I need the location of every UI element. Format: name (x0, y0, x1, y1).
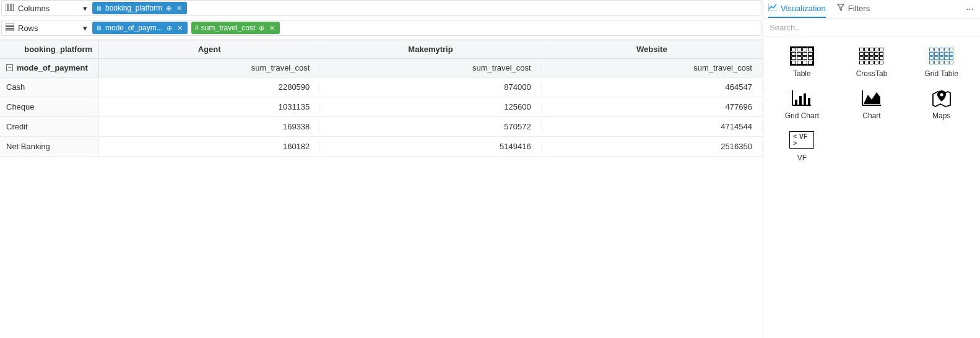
rows-label-text: Rows (18, 24, 79, 33)
svg-rect-1 (9, 4, 11, 11)
measure-header: sum_travel_cost (99, 63, 320, 72)
viz-type-grid: Table CrossTab (763, 37, 980, 171)
svg-rect-4 (6, 26, 14, 28)
pill-options-icon[interactable]: ⊕ (165, 4, 173, 12)
tab-visualization[interactable]: Visualization (768, 0, 826, 18)
col-header-makemytrip[interactable]: Makemytrip (320, 45, 541, 54)
pill-remove-icon[interactable]: ✕ (175, 4, 183, 12)
col-header-website[interactable]: Website (542, 45, 763, 54)
columns-icon (6, 4, 14, 13)
measure-header: sum_travel_cost (320, 63, 541, 72)
data-cell[interactable]: 464547 (542, 82, 763, 92)
rows-shelf-label: Rows ▾ (6, 24, 92, 33)
viz-label: VF (797, 154, 807, 162)
table-row: Net Banking 160182 5149416 2516350 (0, 137, 763, 157)
row-label[interactable]: Credit (0, 117, 99, 136)
svg-rect-13 (808, 98, 810, 105)
crosstab-column-header-row: booking_platform Agent Makemytrip Websit… (0, 40, 763, 59)
pill-booking-platform[interactable]: 🗎 booking_platform ⊕ ✕ (92, 2, 187, 14)
data-cell[interactable]: 874000 (320, 82, 541, 92)
data-cell[interactable]: 477696 (542, 102, 763, 111)
measure-header: sum_travel_cost (542, 63, 763, 72)
viz-label: CrossTab (856, 69, 888, 78)
svg-rect-2 (12, 4, 14, 11)
columns-shelf[interactable]: Columns ▾ 🗎 booking_platform ⊕ ✕ (1, 0, 761, 16)
viz-type-chart[interactable]: Chart (839, 88, 904, 120)
col-header-agent[interactable]: Agent (99, 45, 320, 54)
side-panel: Visualization Filters ⋯ Table (763, 0, 980, 338)
side-tabs: Visualization Filters ⋯ (763, 0, 980, 19)
data-cell[interactable]: 125600 (320, 102, 541, 111)
viz-type-crosstab[interactable]: CrossTab (839, 46, 904, 78)
table-row: Cheque 1031135 125600 477696 (0, 97, 763, 117)
tab-label: Visualization (781, 4, 826, 13)
search-input[interactable] (763, 19, 980, 37)
svg-rect-0 (6, 4, 7, 11)
data-cell[interactable]: 1031135 (99, 102, 320, 111)
grid-table-icon (929, 46, 954, 66)
tab-label: Filters (848, 4, 870, 13)
map-icon (929, 88, 954, 108)
viz-label: Table (793, 69, 811, 78)
data-cell[interactable]: 169338 (99, 122, 320, 131)
viz-type-table[interactable]: Table (770, 46, 835, 78)
data-cell[interactable]: 2516350 (542, 142, 763, 151)
table-row: Cash 2280590 874000 464547 (0, 77, 763, 97)
table-row: Credit 169338 570572 4714544 (0, 117, 763, 137)
crosstab-icon (859, 46, 884, 66)
row-label[interactable]: Cash (0, 77, 99, 97)
viz-label: Grid Chart (785, 111, 819, 120)
area-chart-icon (859, 88, 884, 108)
row-dimension-header[interactable]: – mode_of_payment (0, 59, 99, 77)
chart-icon (768, 4, 777, 13)
crosstab-measure-header-row: – mode_of_payment sum_travel_cost sum_tr… (0, 59, 763, 77)
viz-label: Maps (932, 111, 950, 120)
filter-icon (837, 4, 844, 13)
rows-dropdown-icon[interactable]: ▾ (83, 24, 87, 33)
columns-label-text: Columns (18, 4, 79, 13)
svg-rect-5 (6, 29, 14, 31)
row-label[interactable]: Net Banking (0, 137, 99, 156)
measure-icon: # (195, 24, 199, 32)
data-cell[interactable]: 160182 (99, 142, 320, 151)
viz-type-grid-table[interactable]: Grid Table (909, 46, 974, 78)
search-box (763, 19, 980, 37)
viz-type-vf[interactable]: < VF > VF (770, 130, 835, 162)
dimension-icon: 🗎 (96, 24, 103, 32)
rows-icon (6, 24, 14, 33)
viz-label: Grid Table (924, 69, 958, 78)
pill-options-icon[interactable]: ⊕ (165, 24, 173, 32)
pill-mode-of-payment[interactable]: 🗎 mode_of_paym... ⊕ ✕ (92, 22, 188, 34)
data-cell[interactable]: 5149416 (320, 142, 541, 151)
table-icon (789, 46, 814, 66)
svg-rect-3 (6, 24, 14, 25)
tab-filters[interactable]: Filters (837, 0, 870, 18)
row-dimension-label: mode_of_payment (17, 63, 88, 72)
data-cell[interactable]: 4714544 (542, 122, 763, 131)
main-area: Columns ▾ 🗎 booking_platform ⊕ ✕ Rows ▾ … (0, 0, 763, 338)
columns-dropdown-icon[interactable]: ▾ (83, 4, 87, 13)
pill-remove-icon[interactable]: ✕ (268, 24, 276, 32)
viz-type-maps[interactable]: Maps (909, 88, 974, 120)
pill-sum-travel-cost[interactable]: # sum_travel_cost ⊕ ✕ (191, 22, 280, 34)
grid-chart-icon (789, 88, 814, 108)
expand-collapse-icon[interactable]: – (6, 64, 13, 71)
columns-shelf-label: Columns ▾ (6, 4, 92, 13)
pill-label: mode_of_paym... (105, 24, 163, 32)
pill-remove-icon[interactable]: ✕ (176, 24, 184, 32)
viz-label: Chart (862, 111, 880, 120)
pill-label: sum_travel_cost (201, 24, 255, 32)
row-label[interactable]: Cheque (0, 97, 99, 116)
pill-options-icon[interactable]: ⊕ (258, 24, 266, 32)
col-dimension-header[interactable]: booking_platform (0, 40, 99, 58)
rows-shelf[interactable]: Rows ▾ 🗎 mode_of_paym... ⊕ ✕ # sum_trave… (1, 20, 761, 36)
crosstab: booking_platform Agent Makemytrip Websit… (0, 40, 763, 157)
viz-type-grid-chart[interactable]: Grid Chart (770, 88, 835, 120)
more-options-icon[interactable]: ⋯ (966, 4, 975, 14)
svg-rect-10 (795, 100, 797, 105)
vf-icon: < VF > (789, 130, 814, 150)
svg-rect-11 (799, 96, 802, 105)
svg-point-16 (940, 93, 943, 97)
data-cell[interactable]: 570572 (320, 122, 541, 131)
data-cell[interactable]: 2280590 (99, 82, 320, 92)
